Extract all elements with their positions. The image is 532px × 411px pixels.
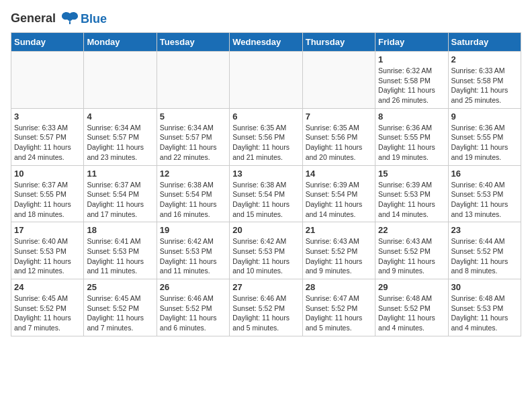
day-info: Sunrise: 6:39 AMSunset: 5:53 PMDaylight:… bbox=[378, 180, 445, 220]
day-number: 1 bbox=[378, 54, 445, 64]
day-info: Sunrise: 6:39 AMSunset: 5:54 PMDaylight:… bbox=[306, 180, 372, 220]
calendar-cell: 2Sunrise: 6:33 AMSunset: 5:58 PMDaylight… bbox=[448, 52, 521, 109]
calendar-cell: 11Sunrise: 6:37 AMSunset: 5:54 PMDayligh… bbox=[84, 165, 157, 222]
day-number: 16 bbox=[451, 169, 518, 179]
day-info: Sunrise: 6:37 AMSunset: 5:54 PMDaylight:… bbox=[87, 180, 153, 220]
calendar-cell bbox=[157, 52, 229, 109]
calendar-cell: 26Sunrise: 6:46 AMSunset: 5:52 PMDayligh… bbox=[157, 279, 229, 336]
calendar-cell: 27Sunrise: 6:46 AMSunset: 5:52 PMDayligh… bbox=[230, 279, 302, 336]
day-number: 9 bbox=[451, 111, 518, 122]
calendar-cell bbox=[302, 52, 375, 109]
day-number: 20 bbox=[232, 225, 299, 235]
calendar-cell bbox=[84, 52, 157, 109]
day-number: 23 bbox=[451, 225, 518, 235]
calendar-cell: 15Sunrise: 6:39 AMSunset: 5:53 PMDayligh… bbox=[375, 165, 448, 222]
day-info: Sunrise: 6:40 AMSunset: 5:53 PMDaylight:… bbox=[451, 180, 518, 220]
day-number: 11 bbox=[87, 169, 153, 179]
day-info: Sunrise: 6:38 AMSunset: 5:54 PMDaylight:… bbox=[160, 180, 226, 220]
day-number: 30 bbox=[451, 282, 518, 292]
day-number: 18 bbox=[87, 225, 153, 235]
calendar-cell: 9Sunrise: 6:36 AMSunset: 5:55 PMDaylight… bbox=[448, 108, 521, 165]
calendar-cell: 10Sunrise: 6:37 AMSunset: 5:55 PMDayligh… bbox=[11, 165, 84, 222]
day-info: Sunrise: 6:32 AMSunset: 5:58 PMDaylight:… bbox=[378, 66, 445, 105]
calendar-cell: 24Sunrise: 6:45 AMSunset: 5:52 PMDayligh… bbox=[11, 279, 84, 336]
day-number: 10 bbox=[14, 169, 81, 179]
day-number: 14 bbox=[306, 169, 372, 179]
day-number: 24 bbox=[14, 282, 81, 292]
calendar-header-wednesday: Wednesday bbox=[230, 33, 302, 52]
calendar-cell bbox=[11, 52, 84, 109]
calendar-cell: 25Sunrise: 6:45 AMSunset: 5:52 PMDayligh… bbox=[84, 279, 157, 336]
calendar-cell: 28Sunrise: 6:47 AMSunset: 5:52 PMDayligh… bbox=[302, 279, 375, 336]
day-info: Sunrise: 6:33 AMSunset: 5:58 PMDaylight:… bbox=[451, 66, 518, 105]
calendar-cell: 8Sunrise: 6:36 AMSunset: 5:55 PMDaylight… bbox=[375, 108, 448, 165]
calendar-cell: 6Sunrise: 6:35 AMSunset: 5:56 PMDaylight… bbox=[230, 108, 302, 165]
day-number: 15 bbox=[378, 169, 445, 179]
day-info: Sunrise: 6:42 AMSunset: 5:53 PMDaylight:… bbox=[232, 236, 299, 276]
calendar-cell: 16Sunrise: 6:40 AMSunset: 5:53 PMDayligh… bbox=[448, 165, 521, 222]
day-number: 19 bbox=[160, 225, 226, 235]
day-info: Sunrise: 6:45 AMSunset: 5:52 PMDaylight:… bbox=[14, 293, 81, 333]
day-info: Sunrise: 6:46 AMSunset: 5:52 PMDaylight:… bbox=[232, 293, 299, 333]
calendar-header-saturday: Saturday bbox=[448, 33, 521, 52]
day-info: Sunrise: 6:44 AMSunset: 5:52 PMDaylight:… bbox=[451, 236, 518, 276]
day-info: Sunrise: 6:36 AMSunset: 5:55 PMDaylight:… bbox=[451, 123, 518, 163]
day-number: 29 bbox=[378, 282, 445, 292]
calendar-header-sunday: Sunday bbox=[11, 33, 84, 52]
calendar-cell: 5Sunrise: 6:34 AMSunset: 5:57 PMDaylight… bbox=[157, 108, 229, 165]
logo-bird-icon bbox=[60, 11, 79, 27]
calendar-cell: 13Sunrise: 6:38 AMSunset: 5:54 PMDayligh… bbox=[230, 165, 302, 222]
day-number: 7 bbox=[306, 111, 372, 122]
calendar-cell: 1Sunrise: 6:32 AMSunset: 5:58 PMDaylight… bbox=[375, 52, 448, 109]
day-number: 8 bbox=[378, 111, 445, 122]
day-info: Sunrise: 6:35 AMSunset: 5:56 PMDaylight:… bbox=[232, 123, 299, 163]
calendar-cell bbox=[230, 52, 302, 109]
day-info: Sunrise: 6:47 AMSunset: 5:52 PMDaylight:… bbox=[306, 293, 372, 333]
day-info: Sunrise: 6:43 AMSunset: 5:52 PMDaylight:… bbox=[306, 236, 372, 276]
day-number: 26 bbox=[160, 282, 226, 292]
calendar-header-row: SundayMondayTuesdayWednesdayThursdayFrid… bbox=[11, 33, 521, 52]
day-info: Sunrise: 6:48 AMSunset: 5:52 PMDaylight:… bbox=[378, 293, 445, 333]
day-info: Sunrise: 6:40 AMSunset: 5:53 PMDaylight:… bbox=[14, 236, 81, 276]
day-info: Sunrise: 6:38 AMSunset: 5:54 PMDaylight:… bbox=[232, 180, 299, 220]
day-info: Sunrise: 6:34 AMSunset: 5:57 PMDaylight:… bbox=[87, 123, 153, 163]
calendar-cell: 23Sunrise: 6:44 AMSunset: 5:52 PMDayligh… bbox=[448, 222, 521, 279]
calendar-cell: 12Sunrise: 6:38 AMSunset: 5:54 PMDayligh… bbox=[157, 165, 229, 222]
day-number: 5 bbox=[160, 111, 226, 122]
day-number: 12 bbox=[160, 169, 226, 179]
day-info: Sunrise: 6:34 AMSunset: 5:57 PMDaylight:… bbox=[160, 123, 226, 163]
day-number: 22 bbox=[378, 225, 445, 235]
day-info: Sunrise: 6:35 AMSunset: 5:56 PMDaylight:… bbox=[306, 123, 372, 163]
calendar-cell: 21Sunrise: 6:43 AMSunset: 5:52 PMDayligh… bbox=[302, 222, 375, 279]
day-number: 13 bbox=[232, 169, 299, 179]
calendar-week-4: 17Sunrise: 6:40 AMSunset: 5:53 PMDayligh… bbox=[11, 222, 521, 279]
day-number: 28 bbox=[306, 282, 372, 292]
calendar-week-1: 1Sunrise: 6:32 AMSunset: 5:58 PMDaylight… bbox=[11, 52, 521, 109]
day-info: Sunrise: 6:36 AMSunset: 5:55 PMDaylight:… bbox=[378, 123, 445, 163]
calendar-cell: 14Sunrise: 6:39 AMSunset: 5:54 PMDayligh… bbox=[302, 165, 375, 222]
calendar-cell: 30Sunrise: 6:48 AMSunset: 5:53 PMDayligh… bbox=[448, 279, 521, 336]
calendar-table: SundayMondayTuesdayWednesdayThursdayFrid… bbox=[11, 32, 521, 336]
logo: General Blue bbox=[11, 11, 107, 27]
logo-line2: Blue bbox=[81, 12, 107, 26]
day-info: Sunrise: 6:41 AMSunset: 5:53 PMDaylight:… bbox=[87, 236, 153, 276]
calendar-header-thursday: Thursday bbox=[302, 33, 375, 52]
logo-line1: General bbox=[11, 11, 56, 25]
day-number: 4 bbox=[87, 111, 153, 122]
calendar-cell: 17Sunrise: 6:40 AMSunset: 5:53 PMDayligh… bbox=[11, 222, 84, 279]
day-info: Sunrise: 6:48 AMSunset: 5:53 PMDaylight:… bbox=[451, 293, 518, 333]
day-info: Sunrise: 6:45 AMSunset: 5:52 PMDaylight:… bbox=[87, 293, 153, 333]
calendar-cell: 29Sunrise: 6:48 AMSunset: 5:52 PMDayligh… bbox=[375, 279, 448, 336]
calendar-week-3: 10Sunrise: 6:37 AMSunset: 5:55 PMDayligh… bbox=[11, 165, 521, 222]
day-number: 17 bbox=[14, 225, 81, 235]
calendar-week-2: 3Sunrise: 6:33 AMSunset: 5:57 PMDaylight… bbox=[11, 108, 521, 165]
day-info: Sunrise: 6:42 AMSunset: 5:53 PMDaylight:… bbox=[160, 236, 226, 276]
day-number: 2 bbox=[451, 54, 518, 64]
calendar-cell: 4Sunrise: 6:34 AMSunset: 5:57 PMDaylight… bbox=[84, 108, 157, 165]
calendar-cell: 20Sunrise: 6:42 AMSunset: 5:53 PMDayligh… bbox=[230, 222, 302, 279]
calendar-header-monday: Monday bbox=[84, 33, 157, 52]
day-info: Sunrise: 6:33 AMSunset: 5:57 PMDaylight:… bbox=[14, 123, 81, 163]
day-info: Sunrise: 6:43 AMSunset: 5:52 PMDaylight:… bbox=[378, 236, 445, 276]
calendar-cell: 19Sunrise: 6:42 AMSunset: 5:53 PMDayligh… bbox=[157, 222, 229, 279]
calendar-cell: 7Sunrise: 6:35 AMSunset: 5:56 PMDaylight… bbox=[302, 108, 375, 165]
